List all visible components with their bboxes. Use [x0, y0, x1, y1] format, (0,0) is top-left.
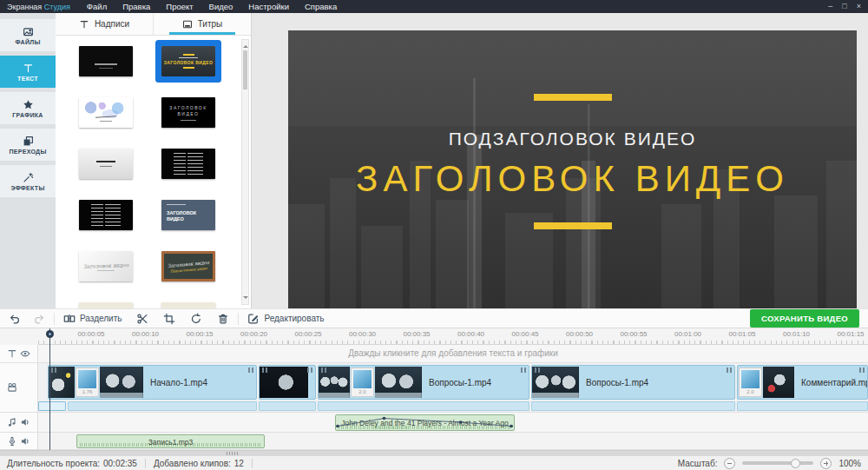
template-thumb-9[interactable]: Заголовок видеоПодзаголовок видео — [161, 251, 215, 281]
video-clip-0[interactable]: 1.76Начало-1.mp4 — [48, 365, 257, 400]
scrollbar-thumb[interactable] — [243, 50, 247, 89]
timeline-ruler[interactable]: 00:00:0500:00:1000:00:1500:00:2000:00:25… — [38, 328, 868, 345]
sidebar-item-transitions[interactable]: ПЕРЕХОДЫ — [0, 129, 56, 161]
rotate-icon — [190, 313, 202, 325]
video-clip-4[interactable]: 2.0Комментарий.mp4 — [737, 365, 868, 400]
music-note-icon — [7, 417, 17, 427]
menu-item-4[interactable]: Настройки — [240, 0, 297, 13]
ruler-timestamp: 00:00:45 — [511, 330, 538, 338]
pip-screen — [353, 370, 372, 388]
menu-item-3[interactable]: Видео — [201, 0, 241, 13]
menu-item-5[interactable]: Справка — [297, 0, 345, 13]
scroll-up-icon[interactable] — [243, 43, 248, 48]
template-thumb-4[interactable] — [79, 149, 133, 179]
minimize-icon[interactable]: – — [828, 0, 832, 13]
template-thumb-7[interactable]: ЗАГОЛОВОК ВИДЕО — [161, 200, 215, 230]
trim-handle-right[interactable] — [521, 367, 523, 373]
template-thumb-8[interactable]: Заголовок видео — [79, 251, 133, 281]
menu-item-1[interactable]: Правка — [115, 0, 158, 13]
pip-overlay-icon: 2.0 — [351, 367, 374, 397]
thumb-subtitle-line — [167, 204, 186, 205]
zoom-out-button[interactable] — [724, 458, 735, 469]
trim-handle-left[interactable] — [535, 367, 536, 373]
zoom-value: 100% — [838, 459, 861, 468]
template-thumb-11[interactable] — [161, 302, 215, 308]
redo-button[interactable] — [33, 313, 45, 325]
video-clip-2[interactable]: 2.0Вопросы-1.mp4 — [318, 365, 529, 400]
music-track-lane[interactable]: John Deley and the 41 Players - Almost a… — [38, 413, 868, 432]
template-thumb-6[interactable] — [79, 200, 133, 230]
cut-button[interactable] — [136, 313, 148, 325]
split-button[interactable]: Разделить — [63, 313, 122, 325]
zoom-slider-handle[interactable] — [791, 459, 800, 468]
pip-scale-value: 2.0 — [352, 388, 373, 396]
thumb-subtitle-line — [97, 270, 115, 271]
trim-handle-right[interactable] — [307, 367, 309, 373]
templates-tabs: НадписиТитры — [56, 13, 251, 36]
zoom-slider[interactable] — [742, 461, 813, 465]
video-audio-sublane — [68, 401, 257, 411]
trim-handle-left[interactable] — [262, 367, 264, 373]
video-track-icon — [7, 382, 17, 393]
trim-handle-left[interactable] — [51, 367, 53, 373]
visibility-toggle-icon[interactable] — [20, 348, 30, 359]
edit-button[interactable]: Редактировать — [247, 313, 324, 325]
voice-clip[interactable]: Запись1.mp3 — [76, 434, 265, 448]
video-track-lane[interactable]: 1.76Начало-1.mp42.0Вопросы-1.mp4Вопросы-… — [38, 363, 868, 412]
music-clip[interactable]: John Deley and the 41 Players - Almost a… — [335, 414, 515, 431]
menu-item-0[interactable]: Файл — [79, 0, 115, 13]
text-track-header — [0, 345, 38, 362]
image-icon — [23, 26, 34, 37]
sidebar-item-files[interactable]: ФАЙЛЫ — [0, 19, 56, 51]
tab-label: Титры — [198, 19, 223, 29]
zoom-label: Масштаб: — [678, 459, 718, 468]
trim-handle-right[interactable] — [859, 367, 861, 373]
video-clip-1[interactable] — [259, 365, 316, 400]
wand-icon — [23, 172, 34, 183]
close-icon[interactable]: × — [857, 0, 861, 13]
maximize-icon[interactable]: □ — [842, 0, 846, 13]
zoom-in-button[interactable] — [820, 458, 832, 469]
template-thumb-0[interactable] — [79, 46, 133, 76]
delete-button[interactable] — [217, 313, 229, 325]
voice-track-lane[interactable]: Запись1.mp3 — [38, 433, 868, 449]
save-video-button[interactable]: СОХРАНИТЬ ВИДЕО — [750, 309, 859, 328]
preview-title: ЗАГОЛОВОК ВИДЕО — [356, 158, 789, 200]
scroll-down-icon[interactable] — [243, 296, 248, 301]
tab-titles[interactable]: Титры — [154, 13, 251, 35]
trim-handle-left[interactable] — [321, 367, 323, 373]
sidebar-item-text[interactable]: ТЕКСТ — [0, 56, 56, 88]
ruler-timestamp: 00:01:15 — [837, 330, 864, 338]
voice-volume-icon[interactable] — [20, 436, 30, 447]
template-thumb-2[interactable] — [79, 97, 133, 128]
trim-handle-right[interactable] — [727, 367, 728, 373]
sidebar-item-effects[interactable]: ЭФФЕКТЫ — [0, 165, 56, 197]
pip-scale-value: 1.76 — [76, 388, 98, 396]
tab-captions[interactable]: Надписи — [56, 13, 154, 35]
undo-button[interactable] — [9, 313, 21, 325]
template-thumb-5[interactable] — [161, 149, 215, 179]
menu-item-2[interactable]: Проект — [158, 0, 201, 13]
layers-icon — [23, 136, 34, 147]
sidebar-item-graphics[interactable]: ГРАФИКА — [0, 92, 56, 124]
pip-scale-value: 2.0 — [740, 388, 761, 396]
rotate-button[interactable] — [190, 313, 202, 325]
text-track-lane[interactable]: Дважды кликните для добавления текста и … — [38, 345, 868, 362]
trim-handle-right[interactable] — [248, 367, 250, 373]
templates-scrollbar[interactable] — [241, 39, 249, 305]
clip-thumbnail — [763, 367, 794, 398]
template-thumb-1[interactable]: ЗАГОЛОВОК ВИДЕО — [161, 46, 215, 76]
voice-track: Запись1.mp3 — [0, 433, 868, 450]
template-thumb-3[interactable]: ЗАГОЛОВОК ВИДЕО — [161, 97, 215, 128]
thumb-subtitle-line — [181, 120, 196, 121]
playhead-marker[interactable] — [46, 330, 54, 338]
video-clip-3[interactable]: Вопросы-1.mp4 — [531, 365, 735, 400]
music-volume-icon[interactable] — [20, 417, 30, 427]
thumb-title: ЗАГОЛОВОК ВИДЕО — [168, 105, 208, 118]
ruler-timestamp: 00:00:40 — [457, 330, 484, 338]
statusbar-divider — [252, 459, 253, 468]
crop-button[interactable] — [163, 313, 175, 325]
thumb-subtitle-line — [179, 57, 198, 58]
music-track: John Deley and the 41 Players - Almost a… — [0, 413, 868, 433]
template-thumb-10[interactable] — [79, 302, 133, 308]
